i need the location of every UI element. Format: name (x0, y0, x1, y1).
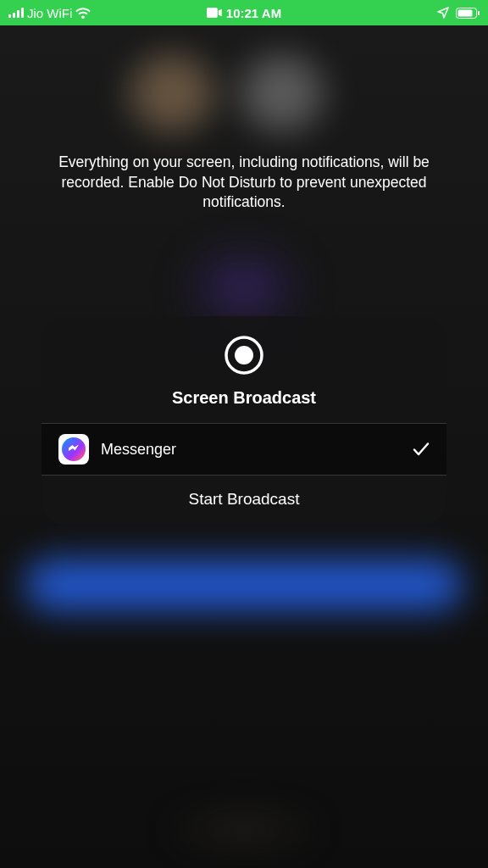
svg-rect-6 (458, 9, 473, 16)
svg-rect-4 (207, 8, 218, 18)
cellular-signal-icon (8, 8, 24, 18)
app-selector-row[interactable]: Messenger (42, 423, 446, 476)
status-right (437, 7, 480, 19)
svg-point-9 (235, 346, 253, 364)
checkmark-icon (413, 442, 430, 457)
status-left: Jio WiFi (8, 6, 91, 20)
svg-rect-3 (21, 8, 24, 18)
battery-icon (456, 8, 480, 19)
svg-rect-0 (8, 14, 11, 18)
start-broadcast-button[interactable]: Start Broadcast (42, 476, 446, 525)
bg-bottom-blur (159, 809, 329, 851)
selected-app-label: Messenger (101, 441, 401, 459)
record-icon (224, 335, 264, 376)
svg-rect-2 (17, 10, 19, 18)
svg-rect-1 (13, 13, 15, 18)
status-center: 10:21 AM (207, 6, 281, 20)
sheet-header: Screen Broadcast (42, 316, 446, 423)
recording-disclosure-text: Everything on your screen, including not… (0, 25, 488, 213)
time-label: 10:21 AM (226, 6, 281, 20)
camera-icon (207, 8, 222, 18)
status-bar: Jio WiFi 10:21 AM (0, 0, 488, 25)
bg-button-blur (25, 559, 463, 610)
location-icon (437, 7, 449, 19)
carrier-label: Jio WiFi (27, 6, 72, 20)
screen-broadcast-sheet: Screen Broadcast Messenger Start Broadca… (42, 316, 446, 525)
messenger-app-icon (58, 434, 89, 465)
svg-rect-7 (478, 11, 480, 15)
wifi-icon (75, 8, 91, 19)
sheet-title: Screen Broadcast (172, 388, 316, 408)
